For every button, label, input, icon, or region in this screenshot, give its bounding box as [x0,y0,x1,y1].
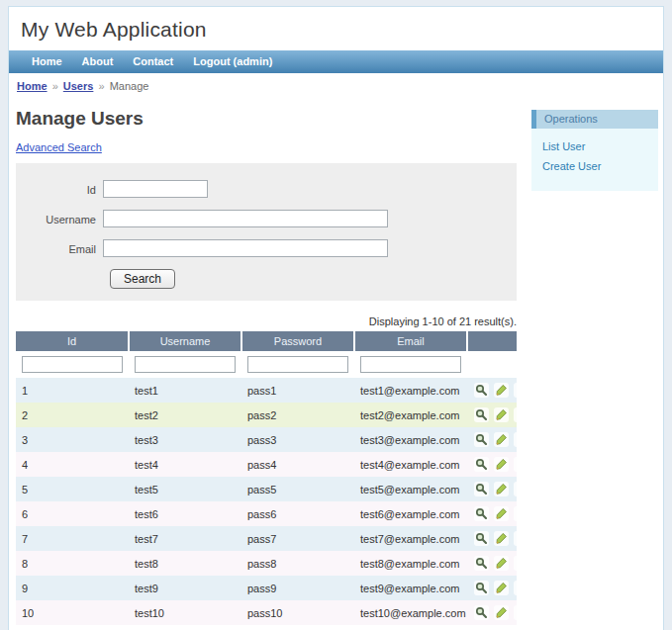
operations-portlet-title: Operations [531,110,658,129]
cell-password: pass7 [241,526,354,551]
update-icon[interactable] [494,383,509,398]
update-icon[interactable] [494,457,509,472]
table-row[interactable]: 7 test7 pass7 test7@example.com [16,526,517,551]
cell-id: 1 [16,378,129,403]
update-icon[interactable] [494,605,509,620]
cell-email: test5@example.com [354,477,467,501]
view-icon[interactable] [474,432,489,447]
view-icon[interactable] [474,556,489,571]
update-icon[interactable] [494,506,509,521]
row-actions [467,526,517,551]
delete-icon[interactable] [514,432,517,447]
cell-email: test10@example.com [354,600,467,625]
password-filter-input[interactable] [247,356,348,373]
breadcrumb-separator: » [50,80,60,92]
cell-email: test1@example.com [354,378,467,403]
cell-email: test4@example.com [354,452,467,477]
breadcrumb-current: Manage [110,80,149,92]
page-container: My Web Application Home About Contact Lo… [8,6,664,630]
update-icon[interactable] [494,407,509,422]
nav-item-contact[interactable]: Contact [124,50,182,73]
cell-email: test3@example.com [354,427,467,452]
breadcrumb-link-home[interactable]: Home [17,80,48,92]
table-header-row: Id Username Password Email [16,331,517,351]
create-user-link[interactable]: Create User [542,160,650,172]
view-icon[interactable] [474,581,489,595]
table-row[interactable]: 10 test10 pass10 test10@example.com [16,600,517,625]
table-row[interactable]: 3 test3 pass3 test3@example.com [16,427,517,452]
app-header: My Web Application [9,7,663,50]
cell-id: 3 [16,427,129,452]
update-icon[interactable] [494,432,509,447]
list-user-link[interactable]: List User [542,140,650,152]
view-icon[interactable] [474,457,489,472]
delete-icon[interactable] [514,581,517,595]
column-header-actions [467,331,517,351]
table-row[interactable]: 2 test2 pass2 test2@example.com [16,403,517,427]
id-filter-input[interactable] [22,356,123,373]
delete-icon[interactable] [514,556,517,571]
cell-id: 10 [16,600,129,625]
row-actions [467,378,517,403]
grid-summary: Displaying 1-10 of 21 result(s). [16,315,517,327]
cell-id: 2 [16,403,129,427]
delete-icon[interactable] [514,407,517,422]
view-icon[interactable] [474,383,489,398]
cell-username: test2 [129,403,241,427]
table-row[interactable]: 4 test4 pass4 test4@example.com [16,452,517,477]
main-nav: Home About Contact Logout (admin) [9,50,663,73]
cell-password: pass9 [241,576,354,600]
breadcrumb-link-users[interactable]: Users [63,80,94,92]
app-title: My Web Application [21,18,651,42]
view-icon[interactable] [474,605,489,620]
cell-id: 8 [16,551,129,576]
update-icon[interactable] [494,581,509,595]
delete-icon[interactable] [514,531,517,546]
view-icon[interactable] [474,531,489,546]
nav-item-logout[interactable]: Logout (admin) [184,50,281,73]
table-row[interactable]: 6 test6 pass6 test6@example.com [16,501,517,526]
cell-password: pass3 [241,427,354,452]
table-row[interactable]: 1 test1 pass1 test1@example.com [16,378,517,403]
delete-icon[interactable] [514,506,517,521]
cell-id: 9 [16,576,129,600]
nav-item-home[interactable]: Home [23,50,71,73]
breadcrumb-separator: » [96,80,106,92]
cell-password: pass1 [241,378,354,403]
delete-icon[interactable] [514,482,517,496]
column-header-password[interactable]: Password [241,331,354,351]
table-row[interactable]: 5 test5 pass5 test5@example.com [16,477,517,501]
view-icon[interactable] [474,407,489,422]
delete-icon[interactable] [514,457,517,472]
row-actions [467,403,517,427]
view-icon[interactable] [474,482,489,496]
column-header-id[interactable]: Id [16,331,129,351]
table-row[interactable]: 9 test9 pass9 test9@example.com [16,576,517,600]
cell-email: test6@example.com [354,501,467,526]
cell-username: test5 [129,477,241,501]
cell-username: test9 [129,576,241,600]
username-filter-input[interactable] [135,356,236,373]
view-icon[interactable] [474,506,489,521]
cell-username: test8 [129,551,241,576]
username-field[interactable] [103,210,388,227]
advanced-search-link[interactable]: Advanced Search [16,141,102,153]
table-row[interactable]: 8 test8 pass8 test8@example.com [16,551,517,576]
cell-id: 4 [16,452,129,477]
delete-icon[interactable] [514,605,517,620]
cell-password: pass4 [241,452,354,477]
cell-username: test3 [129,427,241,452]
email-field[interactable] [103,239,388,257]
update-icon[interactable] [494,531,509,546]
column-header-username[interactable]: Username [129,331,241,351]
delete-icon[interactable] [514,383,517,398]
search-button[interactable]: Search [110,269,175,289]
update-icon[interactable] [494,556,509,571]
cell-password: pass10 [241,600,354,625]
id-field[interactable] [103,180,208,198]
column-header-email[interactable]: Email [354,331,467,351]
update-icon[interactable] [494,482,509,496]
operations-portlet: Operations List User Create User [531,110,658,191]
nav-item-about[interactable]: About [73,50,123,73]
email-filter-input[interactable] [360,356,461,373]
